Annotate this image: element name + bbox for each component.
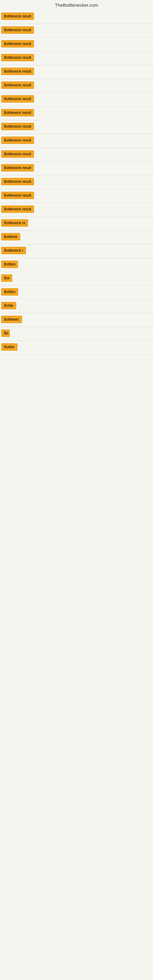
bottleneck-badge-4[interactable]: Bottleneck result	[1, 54, 34, 61]
bottleneck-badge-14[interactable]: Bottleneck result	[1, 192, 34, 199]
result-row-21[interactable]: Bottlen	[1, 286, 153, 299]
result-row-1[interactable]: Bottleneck result	[1, 10, 153, 24]
bottleneck-badge-25[interactable]: Bottler	[1, 343, 18, 351]
result-row-18[interactable]: Bottleneck r	[1, 244, 153, 258]
bottleneck-badge-17[interactable]: Bottlene	[1, 233, 20, 240]
bottleneck-badge-18[interactable]: Bottleneck r	[1, 247, 26, 254]
results-list: Bottleneck resultBottleneck resultBottle…	[0, 10, 153, 355]
result-row-19[interactable]: Bottlen	[1, 258, 153, 272]
bottleneck-badge-8[interactable]: Bottleneck result	[1, 109, 34, 116]
site-header: TheBottlenecker.com	[0, 0, 153, 10]
page-container: TheBottlenecker.com Bottleneck resultBot…	[0, 0, 153, 355]
bottleneck-badge-13[interactable]: Bottleneck result	[1, 178, 34, 185]
bottleneck-badge-22[interactable]: Bottle	[1, 302, 16, 309]
bottleneck-badge-16[interactable]: Bottleneck re	[1, 219, 28, 227]
result-row-17[interactable]: Bottlene	[1, 231, 153, 244]
result-row-3[interactable]: Bottleneck result	[1, 38, 153, 51]
bottleneck-badge-6[interactable]: Bottleneck result	[1, 81, 34, 89]
result-row-14[interactable]: Bottleneck result	[1, 189, 153, 203]
result-row-9[interactable]: Bottleneck result	[1, 120, 153, 134]
bottleneck-badge-9[interactable]: Bottleneck result	[1, 123, 34, 130]
result-row-25[interactable]: Bottler	[1, 341, 153, 355]
result-row-10[interactable]: Bottleneck result	[1, 134, 153, 148]
bottleneck-badge-3[interactable]: Bottleneck result	[1, 40, 34, 48]
bottleneck-badge-15[interactable]: Bottleneck result	[1, 205, 34, 213]
bottleneck-badge-1[interactable]: Bottleneck result	[1, 13, 34, 20]
result-row-20[interactable]: Bot	[1, 272, 153, 286]
result-row-16[interactable]: Bottleneck re	[1, 217, 153, 231]
bottleneck-badge-7[interactable]: Bottleneck result	[1, 95, 34, 103]
result-row-12[interactable]: Bottleneck result	[1, 162, 153, 175]
bottleneck-badge-5[interactable]: Bottleneck result	[1, 68, 34, 75]
result-row-22[interactable]: Bottle	[1, 299, 153, 313]
result-row-8[interactable]: Bottleneck result	[1, 107, 153, 120]
result-row-24[interactable]: Bo	[1, 327, 153, 341]
bottleneck-badge-24[interactable]: Bo	[1, 329, 10, 337]
bottleneck-badge-12[interactable]: Bottleneck result	[1, 164, 34, 172]
result-row-6[interactable]: Bottleneck result	[1, 79, 153, 93]
bottleneck-badge-10[interactable]: Bottleneck result	[1, 137, 34, 144]
result-row-23[interactable]: Bottlenec	[1, 313, 153, 327]
result-row-5[interactable]: Bottleneck result	[1, 65, 153, 79]
bottleneck-badge-2[interactable]: Bottleneck result	[1, 26, 34, 34]
bottleneck-badge-21[interactable]: Bottlen	[1, 288, 18, 296]
result-row-2[interactable]: Bottleneck result	[1, 24, 153, 38]
result-row-4[interactable]: Bottleneck result	[1, 51, 153, 65]
result-row-15[interactable]: Bottleneck result	[1, 203, 153, 217]
bottleneck-badge-23[interactable]: Bottlenec	[1, 316, 22, 323]
bottleneck-badge-11[interactable]: Bottleneck result	[1, 150, 34, 158]
result-row-13[interactable]: Bottleneck result	[1, 175, 153, 189]
result-row-11[interactable]: Bottleneck result	[1, 148, 153, 162]
bottleneck-badge-19[interactable]: Bottlen	[1, 261, 18, 268]
result-row-7[interactable]: Bottleneck result	[1, 93, 153, 107]
site-title: TheBottlenecker.com	[0, 0, 153, 10]
bottleneck-badge-20[interactable]: Bot	[1, 274, 12, 282]
